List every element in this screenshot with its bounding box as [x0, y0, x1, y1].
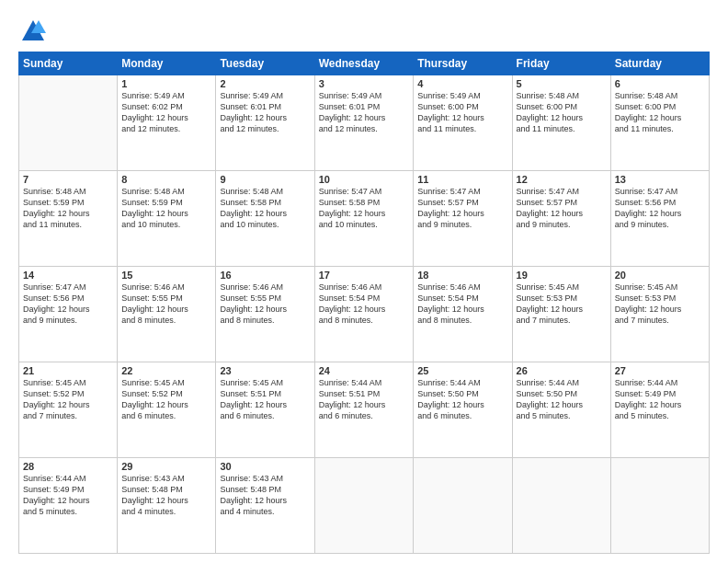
- day-number: 12: [517, 174, 607, 185]
- day-cell: 4Sunrise: 5:49 AM Sunset: 6:00 PM Daylig…: [414, 75, 512, 171]
- day-number: 14: [23, 270, 113, 281]
- day-cell: 18Sunrise: 5:46 AM Sunset: 5:54 PM Dayli…: [414, 267, 512, 362]
- day-cell: 10Sunrise: 5:47 AM Sunset: 5:58 PM Dayli…: [314, 171, 414, 267]
- day-cell: 2Sunrise: 5:49 AM Sunset: 6:01 PM Daylig…: [216, 75, 314, 171]
- logo-icon: [20, 18, 46, 44]
- day-number: 25: [417, 365, 507, 376]
- day-number: 2: [220, 78, 310, 89]
- day-number: 9: [220, 174, 310, 185]
- day-number: 11: [417, 174, 507, 185]
- weekday-header-sunday: Sunday: [19, 52, 118, 75]
- day-cell: 27Sunrise: 5:44 AM Sunset: 5:49 PM Dayli…: [610, 362, 709, 458]
- day-info: Sunrise: 5:48 AM Sunset: 5:59 PM Dayligh…: [121, 186, 211, 231]
- day-info: Sunrise: 5:48 AM Sunset: 5:59 PM Dayligh…: [23, 186, 113, 231]
- day-info: Sunrise: 5:49 AM Sunset: 6:01 PM Dayligh…: [319, 90, 410, 135]
- day-number: 7: [23, 174, 113, 185]
- day-number: 26: [517, 365, 607, 376]
- day-cell: 11Sunrise: 5:47 AM Sunset: 5:57 PM Dayli…: [414, 171, 512, 267]
- day-cell: 24Sunrise: 5:44 AM Sunset: 5:51 PM Dayli…: [314, 362, 414, 458]
- week-row-4: 21Sunrise: 5:45 AM Sunset: 5:52 PM Dayli…: [19, 362, 710, 458]
- day-number: 8: [121, 174, 211, 185]
- day-info: Sunrise: 5:45 AM Sunset: 5:52 PM Dayligh…: [23, 377, 113, 422]
- day-info: Sunrise: 5:43 AM Sunset: 5:48 PM Dayligh…: [121, 473, 211, 518]
- week-row-5: 28Sunrise: 5:44 AM Sunset: 5:49 PM Dayli…: [19, 458, 710, 554]
- day-cell: 1Sunrise: 5:49 AM Sunset: 6:02 PM Daylig…: [118, 75, 216, 171]
- day-info: Sunrise: 5:46 AM Sunset: 5:55 PM Dayligh…: [220, 282, 310, 327]
- day-number: 6: [615, 78, 705, 89]
- day-cell: 26Sunrise: 5:44 AM Sunset: 5:50 PM Dayli…: [512, 362, 610, 458]
- day-info: Sunrise: 5:46 AM Sunset: 5:54 PM Dayligh…: [417, 282, 507, 327]
- page: SundayMondayTuesdayWednesdayThursdayFrid…: [0, 0, 728, 563]
- day-info: Sunrise: 5:44 AM Sunset: 5:50 PM Dayligh…: [517, 377, 607, 422]
- day-info: Sunrise: 5:47 AM Sunset: 5:57 PM Dayligh…: [517, 186, 607, 231]
- calendar: SundayMondayTuesdayWednesdayThursdayFrid…: [18, 52, 710, 554]
- day-info: Sunrise: 5:46 AM Sunset: 5:54 PM Dayligh…: [319, 282, 410, 327]
- week-row-1: 1Sunrise: 5:49 AM Sunset: 6:02 PM Daylig…: [19, 75, 710, 171]
- day-cell: 30Sunrise: 5:43 AM Sunset: 5:48 PM Dayli…: [216, 458, 314, 554]
- day-info: Sunrise: 5:45 AM Sunset: 5:53 PM Dayligh…: [517, 282, 607, 327]
- day-cell: 20Sunrise: 5:45 AM Sunset: 5:53 PM Dayli…: [610, 267, 709, 362]
- day-info: Sunrise: 5:44 AM Sunset: 5:49 PM Dayligh…: [615, 377, 705, 422]
- day-number: 18: [417, 270, 507, 281]
- day-info: Sunrise: 5:48 AM Sunset: 6:00 PM Dayligh…: [517, 90, 607, 135]
- day-cell: 8Sunrise: 5:48 AM Sunset: 5:59 PM Daylig…: [118, 171, 216, 267]
- day-number: 22: [121, 365, 211, 376]
- day-cell: 9Sunrise: 5:48 AM Sunset: 5:58 PM Daylig…: [216, 171, 314, 267]
- weekday-header-friday: Friday: [512, 52, 610, 75]
- day-cell: 12Sunrise: 5:47 AM Sunset: 5:57 PM Dayli…: [512, 171, 610, 267]
- day-number: 21: [23, 365, 113, 376]
- day-number: 30: [220, 461, 310, 472]
- header: [18, 15, 710, 44]
- day-info: Sunrise: 5:47 AM Sunset: 5:58 PM Dayligh…: [319, 186, 410, 231]
- day-info: Sunrise: 5:49 AM Sunset: 6:02 PM Dayligh…: [121, 90, 211, 135]
- weekday-header-monday: Monday: [118, 52, 216, 75]
- day-info: Sunrise: 5:48 AM Sunset: 6:00 PM Dayligh…: [615, 90, 705, 135]
- day-cell: 21Sunrise: 5:45 AM Sunset: 5:52 PM Dayli…: [19, 362, 118, 458]
- week-row-3: 14Sunrise: 5:47 AM Sunset: 5:56 PM Dayli…: [19, 267, 710, 362]
- day-cell: 28Sunrise: 5:44 AM Sunset: 5:49 PM Dayli…: [19, 458, 118, 554]
- day-number: 10: [319, 174, 410, 185]
- day-cell: 5Sunrise: 5:48 AM Sunset: 6:00 PM Daylig…: [512, 75, 610, 171]
- day-number: 24: [319, 365, 410, 376]
- day-cell: 19Sunrise: 5:45 AM Sunset: 5:53 PM Dayli…: [512, 267, 610, 362]
- day-number: 19: [517, 270, 607, 281]
- day-info: Sunrise: 5:47 AM Sunset: 5:57 PM Dayligh…: [417, 186, 507, 231]
- day-number: 17: [319, 270, 410, 281]
- day-info: Sunrise: 5:44 AM Sunset: 5:49 PM Dayligh…: [23, 473, 113, 518]
- weekday-header-wednesday: Wednesday: [314, 52, 414, 75]
- day-number: 29: [121, 461, 211, 472]
- day-cell: 16Sunrise: 5:46 AM Sunset: 5:55 PM Dayli…: [216, 267, 314, 362]
- day-cell: [512, 458, 610, 554]
- weekday-header-thursday: Thursday: [414, 52, 512, 75]
- day-cell: [314, 458, 414, 554]
- day-info: Sunrise: 5:45 AM Sunset: 5:52 PM Dayligh…: [121, 377, 211, 422]
- day-cell: [610, 458, 709, 554]
- day-info: Sunrise: 5:45 AM Sunset: 5:51 PM Dayligh…: [220, 377, 310, 422]
- day-cell: 7Sunrise: 5:48 AM Sunset: 5:59 PM Daylig…: [19, 171, 118, 267]
- day-info: Sunrise: 5:47 AM Sunset: 5:56 PM Dayligh…: [615, 186, 705, 231]
- day-number: 5: [517, 78, 607, 89]
- day-info: Sunrise: 5:49 AM Sunset: 6:00 PM Dayligh…: [417, 90, 507, 135]
- day-cell: [19, 75, 118, 171]
- day-info: Sunrise: 5:48 AM Sunset: 5:58 PM Dayligh…: [220, 186, 310, 231]
- day-info: Sunrise: 5:46 AM Sunset: 5:55 PM Dayligh…: [121, 282, 211, 327]
- day-number: 15: [121, 270, 211, 281]
- day-number: 27: [615, 365, 705, 376]
- day-cell: 13Sunrise: 5:47 AM Sunset: 5:56 PM Dayli…: [610, 171, 709, 267]
- day-number: 20: [615, 270, 705, 281]
- day-cell: 22Sunrise: 5:45 AM Sunset: 5:52 PM Dayli…: [118, 362, 216, 458]
- day-number: 28: [23, 461, 113, 472]
- day-number: 3: [319, 78, 410, 89]
- day-cell: 17Sunrise: 5:46 AM Sunset: 5:54 PM Dayli…: [314, 267, 414, 362]
- weekday-header-row: SundayMondayTuesdayWednesdayThursdayFrid…: [19, 52, 710, 75]
- week-row-2: 7Sunrise: 5:48 AM Sunset: 5:59 PM Daylig…: [19, 171, 710, 267]
- day-number: 23: [220, 365, 310, 376]
- day-cell: [414, 458, 512, 554]
- day-cell: 6Sunrise: 5:48 AM Sunset: 6:00 PM Daylig…: [610, 75, 709, 171]
- day-number: 13: [615, 174, 705, 185]
- day-info: Sunrise: 5:44 AM Sunset: 5:51 PM Dayligh…: [319, 377, 410, 422]
- day-cell: 29Sunrise: 5:43 AM Sunset: 5:48 PM Dayli…: [118, 458, 216, 554]
- day-cell: 15Sunrise: 5:46 AM Sunset: 5:55 PM Dayli…: [118, 267, 216, 362]
- day-number: 4: [417, 78, 507, 89]
- day-cell: 25Sunrise: 5:44 AM Sunset: 5:50 PM Dayli…: [414, 362, 512, 458]
